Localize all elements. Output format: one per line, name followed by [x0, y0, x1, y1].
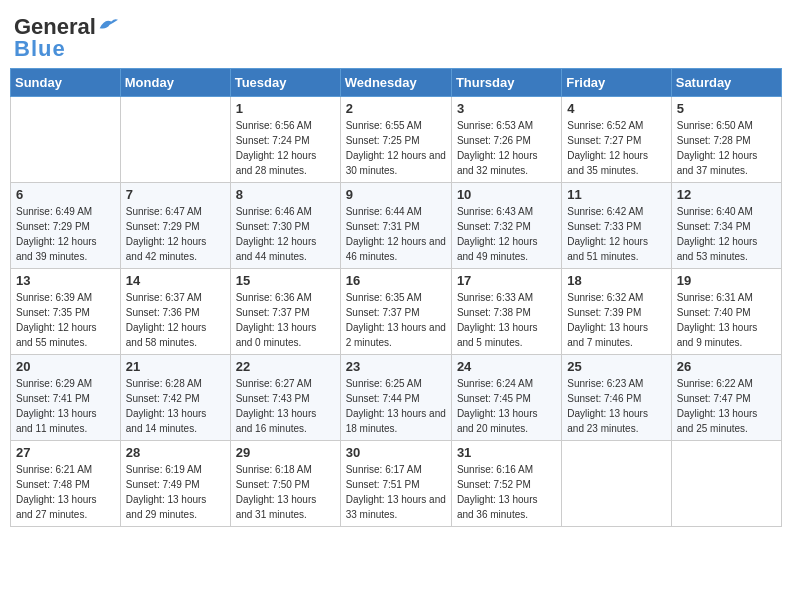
- calendar-week-row: 1Sunrise: 6:56 AMSunset: 7:24 PMDaylight…: [11, 97, 782, 183]
- day-number: 10: [457, 187, 556, 202]
- day-info: Sunrise: 6:56 AMSunset: 7:24 PMDaylight:…: [236, 118, 335, 178]
- calendar-cell: 17Sunrise: 6:33 AMSunset: 7:38 PMDayligh…: [451, 269, 561, 355]
- calendar-cell: 21Sunrise: 6:28 AMSunset: 7:42 PMDayligh…: [120, 355, 230, 441]
- day-info: Sunrise: 6:44 AMSunset: 7:31 PMDaylight:…: [346, 204, 446, 264]
- day-number: 30: [346, 445, 446, 460]
- calendar-cell: 11Sunrise: 6:42 AMSunset: 7:33 PMDayligh…: [562, 183, 671, 269]
- calendar-cell: 4Sunrise: 6:52 AMSunset: 7:27 PMDaylight…: [562, 97, 671, 183]
- day-number: 7: [126, 187, 225, 202]
- day-info: Sunrise: 6:47 AMSunset: 7:29 PMDaylight:…: [126, 204, 225, 264]
- calendar-cell: 8Sunrise: 6:46 AMSunset: 7:30 PMDaylight…: [230, 183, 340, 269]
- calendar-cell: 15Sunrise: 6:36 AMSunset: 7:37 PMDayligh…: [230, 269, 340, 355]
- day-number: 27: [16, 445, 115, 460]
- day-number: 29: [236, 445, 335, 460]
- day-of-week-header: Monday: [120, 69, 230, 97]
- calendar-cell: 24Sunrise: 6:24 AMSunset: 7:45 PMDayligh…: [451, 355, 561, 441]
- calendar-cell: 14Sunrise: 6:37 AMSunset: 7:36 PMDayligh…: [120, 269, 230, 355]
- day-of-week-header: Tuesday: [230, 69, 340, 97]
- day-info: Sunrise: 6:28 AMSunset: 7:42 PMDaylight:…: [126, 376, 225, 436]
- day-info: Sunrise: 6:22 AMSunset: 7:47 PMDaylight:…: [677, 376, 776, 436]
- day-number: 14: [126, 273, 225, 288]
- day-info: Sunrise: 6:49 AMSunset: 7:29 PMDaylight:…: [16, 204, 115, 264]
- day-info: Sunrise: 6:27 AMSunset: 7:43 PMDaylight:…: [236, 376, 335, 436]
- day-info: Sunrise: 6:42 AMSunset: 7:33 PMDaylight:…: [567, 204, 665, 264]
- page-header: General Blue: [10, 10, 782, 62]
- day-info: Sunrise: 6:17 AMSunset: 7:51 PMDaylight:…: [346, 462, 446, 522]
- day-number: 23: [346, 359, 446, 374]
- calendar-cell: [671, 441, 781, 527]
- calendar-cell: 28Sunrise: 6:19 AMSunset: 7:49 PMDayligh…: [120, 441, 230, 527]
- day-info: Sunrise: 6:18 AMSunset: 7:50 PMDaylight:…: [236, 462, 335, 522]
- day-info: Sunrise: 6:53 AMSunset: 7:26 PMDaylight:…: [457, 118, 556, 178]
- day-number: 28: [126, 445, 225, 460]
- calendar-cell: 13Sunrise: 6:39 AMSunset: 7:35 PMDayligh…: [11, 269, 121, 355]
- day-number: 22: [236, 359, 335, 374]
- day-of-week-header: Friday: [562, 69, 671, 97]
- day-number: 1: [236, 101, 335, 116]
- day-number: 15: [236, 273, 335, 288]
- logo-bird-icon: [98, 16, 118, 32]
- day-info: Sunrise: 6:50 AMSunset: 7:28 PMDaylight:…: [677, 118, 776, 178]
- calendar-header-row: SundayMondayTuesdayWednesdayThursdayFrid…: [11, 69, 782, 97]
- day-of-week-header: Saturday: [671, 69, 781, 97]
- calendar-cell: 19Sunrise: 6:31 AMSunset: 7:40 PMDayligh…: [671, 269, 781, 355]
- calendar-cell: 30Sunrise: 6:17 AMSunset: 7:51 PMDayligh…: [340, 441, 451, 527]
- calendar-cell: 16Sunrise: 6:35 AMSunset: 7:37 PMDayligh…: [340, 269, 451, 355]
- day-of-week-header: Wednesday: [340, 69, 451, 97]
- day-number: 4: [567, 101, 665, 116]
- calendar-cell: 2Sunrise: 6:55 AMSunset: 7:25 PMDaylight…: [340, 97, 451, 183]
- calendar-cell: 3Sunrise: 6:53 AMSunset: 7:26 PMDaylight…: [451, 97, 561, 183]
- day-info: Sunrise: 6:24 AMSunset: 7:45 PMDaylight:…: [457, 376, 556, 436]
- day-info: Sunrise: 6:52 AMSunset: 7:27 PMDaylight:…: [567, 118, 665, 178]
- day-number: 3: [457, 101, 556, 116]
- day-number: 9: [346, 187, 446, 202]
- calendar-cell: 12Sunrise: 6:40 AMSunset: 7:34 PMDayligh…: [671, 183, 781, 269]
- calendar-cell: [562, 441, 671, 527]
- calendar-cell: 18Sunrise: 6:32 AMSunset: 7:39 PMDayligh…: [562, 269, 671, 355]
- day-number: 17: [457, 273, 556, 288]
- calendar-cell: 7Sunrise: 6:47 AMSunset: 7:29 PMDaylight…: [120, 183, 230, 269]
- calendar-cell: 26Sunrise: 6:22 AMSunset: 7:47 PMDayligh…: [671, 355, 781, 441]
- calendar-cell: 23Sunrise: 6:25 AMSunset: 7:44 PMDayligh…: [340, 355, 451, 441]
- day-info: Sunrise: 6:25 AMSunset: 7:44 PMDaylight:…: [346, 376, 446, 436]
- day-info: Sunrise: 6:39 AMSunset: 7:35 PMDaylight:…: [16, 290, 115, 350]
- calendar-week-row: 13Sunrise: 6:39 AMSunset: 7:35 PMDayligh…: [11, 269, 782, 355]
- day-number: 6: [16, 187, 115, 202]
- day-of-week-header: Thursday: [451, 69, 561, 97]
- calendar-cell: 10Sunrise: 6:43 AMSunset: 7:32 PMDayligh…: [451, 183, 561, 269]
- day-info: Sunrise: 6:37 AMSunset: 7:36 PMDaylight:…: [126, 290, 225, 350]
- calendar-cell: 9Sunrise: 6:44 AMSunset: 7:31 PMDaylight…: [340, 183, 451, 269]
- day-info: Sunrise: 6:21 AMSunset: 7:48 PMDaylight:…: [16, 462, 115, 522]
- logo: General Blue: [14, 14, 118, 62]
- day-number: 31: [457, 445, 556, 460]
- day-number: 8: [236, 187, 335, 202]
- day-number: 24: [457, 359, 556, 374]
- calendar-week-row: 6Sunrise: 6:49 AMSunset: 7:29 PMDaylight…: [11, 183, 782, 269]
- calendar-cell: 25Sunrise: 6:23 AMSunset: 7:46 PMDayligh…: [562, 355, 671, 441]
- calendar-cell: 6Sunrise: 6:49 AMSunset: 7:29 PMDaylight…: [11, 183, 121, 269]
- logo-blue: Blue: [14, 36, 66, 62]
- calendar-cell: 29Sunrise: 6:18 AMSunset: 7:50 PMDayligh…: [230, 441, 340, 527]
- day-number: 21: [126, 359, 225, 374]
- day-number: 12: [677, 187, 776, 202]
- day-of-week-header: Sunday: [11, 69, 121, 97]
- day-number: 20: [16, 359, 115, 374]
- day-info: Sunrise: 6:46 AMSunset: 7:30 PMDaylight:…: [236, 204, 335, 264]
- day-info: Sunrise: 6:19 AMSunset: 7:49 PMDaylight:…: [126, 462, 225, 522]
- day-number: 2: [346, 101, 446, 116]
- calendar-cell: 1Sunrise: 6:56 AMSunset: 7:24 PMDaylight…: [230, 97, 340, 183]
- day-info: Sunrise: 6:33 AMSunset: 7:38 PMDaylight:…: [457, 290, 556, 350]
- day-number: 26: [677, 359, 776, 374]
- calendar-cell: 20Sunrise: 6:29 AMSunset: 7:41 PMDayligh…: [11, 355, 121, 441]
- day-number: 11: [567, 187, 665, 202]
- calendar-cell: 31Sunrise: 6:16 AMSunset: 7:52 PMDayligh…: [451, 441, 561, 527]
- day-info: Sunrise: 6:32 AMSunset: 7:39 PMDaylight:…: [567, 290, 665, 350]
- day-number: 18: [567, 273, 665, 288]
- calendar-cell: 27Sunrise: 6:21 AMSunset: 7:48 PMDayligh…: [11, 441, 121, 527]
- calendar-cell: [11, 97, 121, 183]
- day-info: Sunrise: 6:55 AMSunset: 7:25 PMDaylight:…: [346, 118, 446, 178]
- day-info: Sunrise: 6:16 AMSunset: 7:52 PMDaylight:…: [457, 462, 556, 522]
- day-number: 5: [677, 101, 776, 116]
- calendar-week-row: 27Sunrise: 6:21 AMSunset: 7:48 PMDayligh…: [11, 441, 782, 527]
- day-number: 13: [16, 273, 115, 288]
